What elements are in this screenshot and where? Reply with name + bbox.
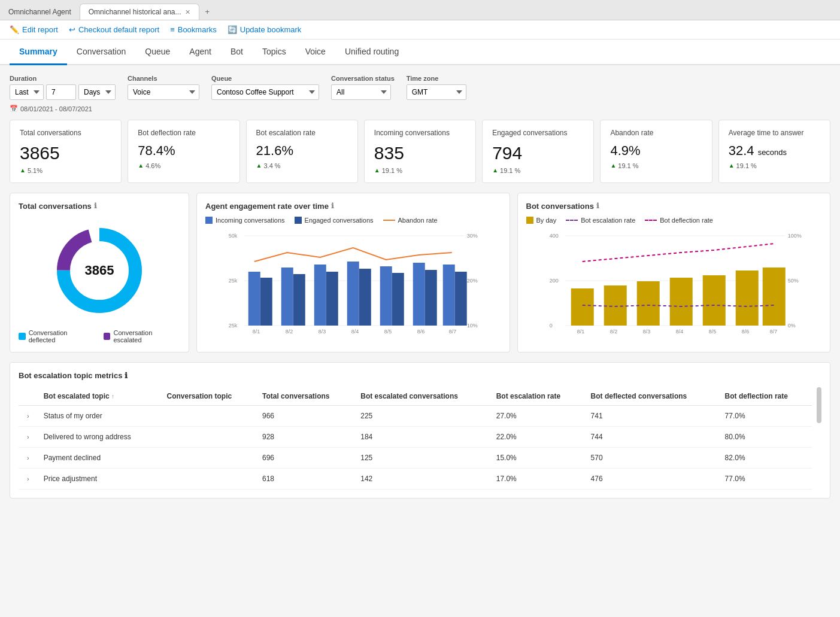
add-tab-button[interactable]: + (199, 4, 216, 20)
row-expand-button[interactable]: › (25, 433, 32, 440)
info-icon: ℹ (596, 202, 599, 210)
svg-rect-17 (443, 265, 455, 326)
svg-rect-20 (326, 272, 338, 326)
legend-escalated: Conversation escalated (104, 329, 180, 344)
kpi-bot-deflection-rate: Bot deflection rate 78.4% ▲4.6% (128, 120, 239, 183)
svg-rect-23 (425, 270, 437, 326)
trend-up-icon: ▲ (729, 162, 735, 169)
col-bot-escalated-topic[interactable]: Bot escalated topic ↑ (38, 387, 161, 406)
cell-deflected: 476 (585, 468, 719, 489)
escalated-color (104, 333, 111, 340)
table-row: › Price adjustment 618 142 17.0% 476 77.… (19, 468, 812, 489)
queue-select[interactable]: Contoso Coffee Support (211, 84, 319, 100)
duration-value-input[interactable] (46, 84, 76, 100)
svg-rect-15 (380, 266, 392, 326)
trend-up-icon: ▲ (610, 162, 616, 169)
table-row: › Delivered to wrong address 928 184 22.… (19, 426, 812, 447)
svg-rect-41 (571, 288, 593, 326)
table-row: › Status of my order 966 225 27.0% 741 7… (19, 405, 812, 426)
col-bot-deflection-rate[interactable]: Bot deflection rate (719, 387, 812, 406)
update-bookmark-button[interactable]: 🔄 Update bookmark (228, 25, 302, 34)
cell-escalated: 142 (354, 468, 490, 489)
engagement-legend: Incoming conversations Engaged conversat… (205, 217, 501, 224)
svg-text:50%: 50% (787, 278, 798, 284)
svg-text:25k: 25k (229, 278, 238, 284)
cell-topic: Price adjustment (38, 468, 161, 489)
timezone-select[interactable]: GMT (407, 84, 466, 100)
tab-topics[interactable]: Topics (253, 39, 296, 65)
cell-defl-rate: 80.0% (719, 426, 812, 447)
cell-defl-rate: 77.0% (719, 468, 812, 489)
tab-bot[interactable]: Bot (221, 39, 253, 65)
svg-rect-18 (260, 278, 272, 326)
cell-esc-rate: 17.0% (490, 468, 585, 489)
bookmarks-button[interactable]: ≡ Bookmarks (170, 25, 217, 34)
conversation-status-select[interactable]: All (331, 84, 391, 100)
checkout-button[interactable]: ↩ Checkout default report (69, 25, 159, 34)
cell-topic: Status of my order (38, 405, 161, 426)
queue-filter: Queue Contoso Coffee Support (211, 75, 319, 100)
info-icon: ℹ (331, 202, 334, 210)
svg-text:0: 0 (549, 323, 552, 329)
refresh-icon: 🔄 (228, 25, 237, 34)
svg-text:8/7: 8/7 (769, 329, 777, 335)
total-conversations-chart: Total conversations ℹ 3865 Conv (10, 193, 189, 352)
close-icon[interactable]: ✕ (185, 8, 190, 16)
row-expand-button[interactable]: › (25, 475, 32, 482)
cell-total: 966 (256, 405, 354, 426)
row-expand-button[interactable]: › (25, 454, 32, 461)
tab-queue[interactable]: Queue (135, 39, 180, 65)
tab-unified-routing[interactable]: Unified routing (335, 39, 408, 65)
tab-label: Omnichannel historical ana... (89, 8, 181, 16)
cell-topic: Payment declined (38, 447, 161, 468)
duration-filter: Duration Last Days (10, 75, 116, 100)
duration-unit-select[interactable]: Days (78, 84, 116, 100)
cell-escalated: 225 (354, 405, 490, 426)
escalation-line-color (566, 220, 578, 221)
edit-report-button[interactable]: ✏️ Edit report (10, 25, 58, 34)
nav-tabs: Summary Conversation Queue Agent Bot Top… (0, 39, 840, 65)
svg-rect-43 (636, 281, 659, 326)
bot-conversations-chart: Bot conversations ℹ By day Bot escalatio… (517, 193, 831, 352)
col-conversation-topic[interactable]: Conversation topic (161, 387, 257, 406)
scrollbar[interactable] (817, 387, 821, 423)
tab-agent[interactable]: Agent (180, 39, 221, 65)
timezone-filter: Time zone GMT (407, 75, 466, 100)
svg-text:8/4: 8/4 (675, 329, 683, 335)
svg-rect-47 (762, 268, 785, 326)
svg-rect-13 (314, 265, 326, 326)
browser-tabs: Omnichannel Agent Omnichannel historical… (0, 0, 840, 20)
channels-filter: Channels Voice (128, 75, 199, 100)
tab-omnichannel-agent[interactable]: Omnichannel Agent (0, 4, 80, 20)
main-content: Duration Last Days Channels Voice Queue … (0, 65, 840, 508)
cell-total: 618 (256, 468, 354, 489)
cell-conv-topic (161, 447, 257, 468)
toolbar: ✏️ Edit report ↩ Checkout default report… (0, 20, 840, 39)
svg-rect-22 (392, 273, 404, 326)
filters-bar: Duration Last Days Channels Voice Queue … (10, 75, 830, 100)
svg-text:0%: 0% (787, 323, 795, 329)
col-total-conversations[interactable]: Total conversations (256, 387, 354, 406)
row-expand-button[interactable]: › (25, 412, 32, 420)
cell-deflected: 744 (585, 426, 719, 447)
kpi-bot-escalation-rate: Bot escalation rate 21.6% ▲3.4 % (246, 120, 358, 183)
cell-esc-rate: 27.0% (490, 405, 585, 426)
tab-voice[interactable]: Voice (296, 39, 335, 65)
svg-rect-24 (455, 272, 467, 326)
svg-text:8/3: 8/3 (319, 329, 326, 335)
tab-historical[interactable]: Omnichannel historical ana... ✕ (80, 4, 199, 20)
cell-escalated: 184 (354, 426, 490, 447)
cell-esc-rate: 15.0% (490, 447, 585, 468)
channels-select[interactable]: Voice (128, 84, 199, 100)
col-bot-escalation-rate[interactable]: Bot escalation rate (490, 387, 585, 406)
tab-conversation[interactable]: Conversation (67, 39, 136, 65)
svg-rect-14 (347, 262, 359, 326)
duration-preset-select[interactable]: Last (10, 84, 44, 100)
bookmarks-icon: ≡ (170, 25, 175, 34)
tab-summary[interactable]: Summary (10, 39, 67, 65)
cell-conv-topic (161, 426, 257, 447)
col-bot-deflected-conversations[interactable]: Bot deflected conversations (585, 387, 719, 406)
kpi-avg-time-to-answer: Average time to answer 32.4 seconds ▲19.… (718, 120, 830, 183)
cell-esc-rate: 22.0% (490, 426, 585, 447)
col-bot-escalated-conversations[interactable]: Bot escalated conversations (354, 387, 490, 406)
